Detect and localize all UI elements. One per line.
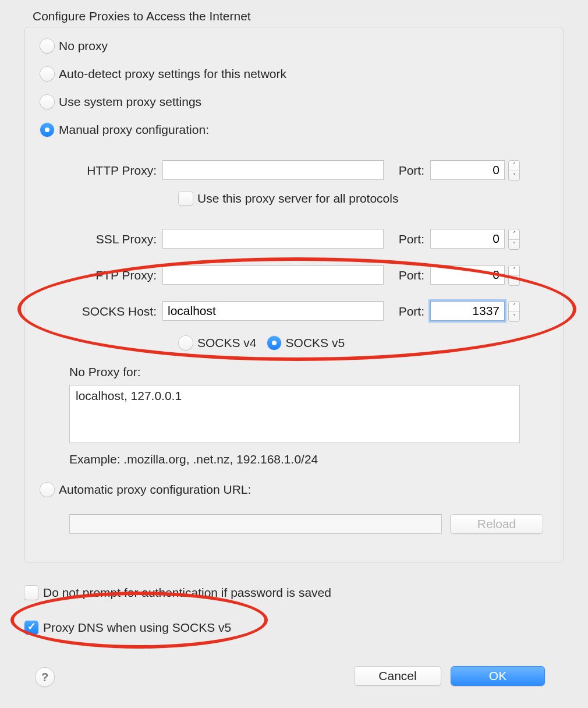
groupbox-title: Configure Proxies to Access the Internet	[33, 9, 251, 23]
socks-port-label: Port:	[389, 305, 424, 318]
annotation-proxy-dns-ellipse	[10, 592, 268, 649]
http-proxy-input[interactable]	[162, 160, 384, 180]
ssl-proxy-input[interactable]	[162, 229, 384, 249]
http-port-label: Port:	[389, 164, 424, 178]
checkbox-proxy-dns-label: Proxy DNS when using SOCKS v5	[43, 621, 231, 635]
chevron-up-icon[interactable]: ˄	[509, 229, 519, 240]
ssl-proxy-label: SSL Proxy:	[60, 232, 157, 246]
ftp-port-input[interactable]	[430, 265, 505, 285]
checkbox-no-prompt-label: Do not prompt for authentication if pass…	[43, 586, 331, 600]
cancel-button[interactable]: Cancel	[354, 666, 441, 686]
chevron-down-icon[interactable]: ˅	[509, 276, 519, 286]
socks-host-input[interactable]	[162, 301, 384, 321]
socks-host-label: SOCKS Host:	[60, 305, 157, 318]
proxy-groupbox: No proxy Auto-detect proxy settings for …	[24, 27, 564, 562]
ssl-port-stepper[interactable]: ˄ ˅	[508, 229, 520, 250]
radio-auto-detect-label: Auto-detect proxy settings for this netw…	[59, 67, 286, 81]
chevron-up-icon[interactable]: ˄	[509, 161, 519, 171]
radio-socks-v5-label: SOCKS v5	[286, 336, 345, 350]
no-proxy-for-label: No Proxy for:	[69, 365, 141, 379]
ssl-port-label: Port:	[389, 232, 424, 246]
radio-auto-url[interactable]	[40, 483, 54, 497]
ftp-port-stepper[interactable]: ˄ ˅	[508, 265, 520, 286]
ssl-port-input[interactable]	[430, 229, 505, 249]
radio-auto-url-label: Automatic proxy configuration URL:	[59, 483, 251, 497]
chevron-down-icon[interactable]: ˅	[509, 240, 519, 250]
http-port-input[interactable]	[430, 160, 505, 180]
socks-port-stepper[interactable]: ˄ ˅	[508, 301, 520, 322]
socks-port-input[interactable]	[430, 301, 505, 321]
radio-socks-v4-label: SOCKS v4	[197, 336, 257, 350]
radio-no-proxy-label: No proxy	[59, 39, 108, 53]
chevron-up-icon[interactable]: ˄	[509, 266, 519, 276]
auto-url-input[interactable]	[69, 514, 442, 534]
radio-socks-v4[interactable]	[179, 336, 193, 350]
chevron-down-icon[interactable]: ˅	[509, 312, 519, 322]
checkbox-proxy-dns[interactable]	[24, 621, 38, 635]
radio-manual-proxy-label: Manual proxy configuration:	[59, 123, 209, 137]
radio-system-proxy[interactable]	[40, 95, 54, 109]
reload-button[interactable]: Reload	[450, 514, 543, 534]
radio-system-proxy-label: Use system proxy settings	[59, 95, 201, 109]
http-proxy-label: HTTP Proxy:	[60, 164, 157, 178]
http-port-stepper[interactable]: ˄ ˅	[508, 160, 520, 181]
radio-manual-proxy[interactable]	[40, 123, 54, 137]
ftp-port-label: Port:	[389, 268, 424, 282]
checkbox-use-for-all-label: Use this proxy server for all protocols	[197, 192, 398, 206]
ok-button[interactable]: OK	[451, 666, 545, 686]
radio-auto-detect[interactable]	[40, 67, 54, 81]
chevron-down-icon[interactable]: ˅	[509, 171, 519, 181]
checkbox-use-for-all[interactable]	[179, 192, 193, 206]
radio-socks-v5[interactable]	[267, 336, 281, 350]
checkbox-no-prompt[interactable]	[24, 586, 38, 600]
ftp-proxy-input[interactable]	[162, 265, 384, 285]
chevron-up-icon[interactable]: ˄	[509, 302, 519, 312]
ftp-proxy-label: FTP Proxy:	[60, 268, 157, 282]
help-button[interactable]: ?	[35, 667, 55, 687]
no-proxy-example-text: Example: .mozilla.org, .net.nz, 192.168.…	[69, 452, 318, 466]
no-proxy-for-input[interactable]: localhost, 127.0.0.1	[69, 385, 520, 443]
radio-no-proxy[interactable]	[40, 39, 54, 53]
